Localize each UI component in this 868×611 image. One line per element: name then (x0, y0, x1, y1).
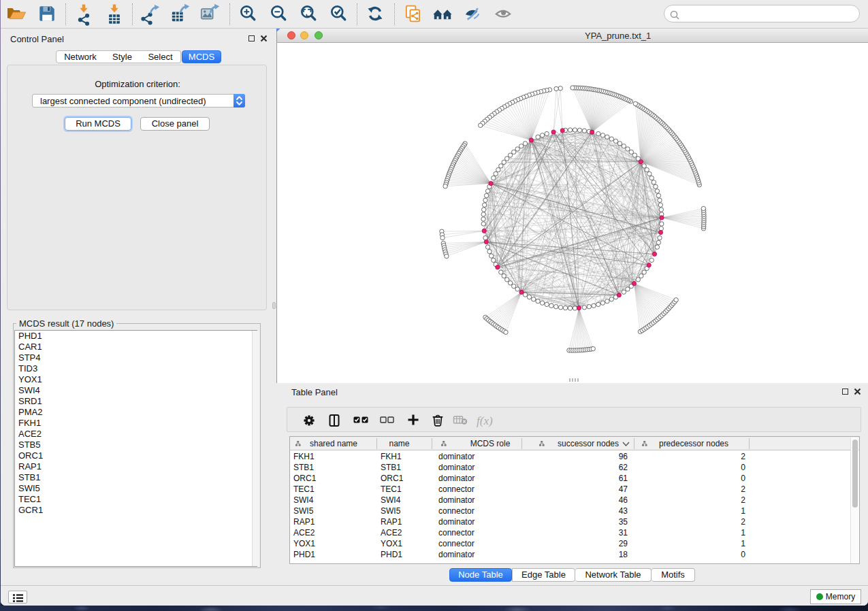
svg-text:f(x): f(x) (477, 414, 493, 427)
